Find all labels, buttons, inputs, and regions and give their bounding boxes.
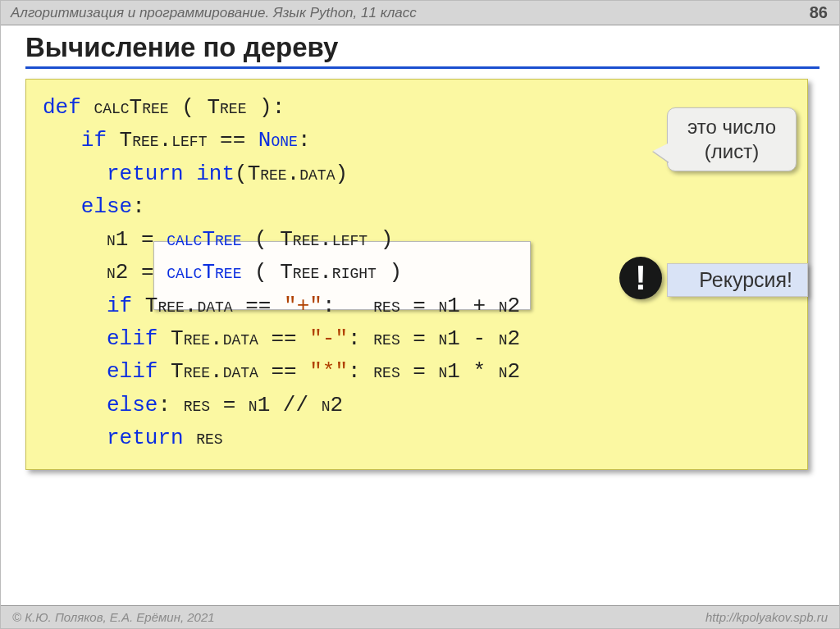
footer-copyright: © К.Ю. Поляков, Е.А. Ерёмин, 2021 xyxy=(12,610,215,624)
slide-title: Вычисление по дереву xyxy=(25,32,819,69)
recursion-label: Рекурсия! xyxy=(667,263,808,297)
page-number: 86 xyxy=(810,3,828,22)
header-title: Алгоритмизация и программирование. Язык … xyxy=(11,5,417,21)
footer-url: http://kpolyakov.spb.ru xyxy=(705,610,828,624)
leaf-bubble: это число (лист) xyxy=(667,107,797,171)
exclamation-icon: ! xyxy=(619,257,662,299)
bubble-line2: (лист) xyxy=(687,139,776,164)
slide-body: Вычисление по дереву def calcTree ( Tree… xyxy=(1,25,839,605)
header-bar: Алгоритмизация и программирование. Язык … xyxy=(1,1,839,25)
bubble-tail-icon xyxy=(653,143,669,162)
bubble-line1: это число xyxy=(687,115,776,139)
footer-bar: © К.Ю. Поляков, Е.А. Ерёмин, 2021 http:/… xyxy=(1,605,839,628)
